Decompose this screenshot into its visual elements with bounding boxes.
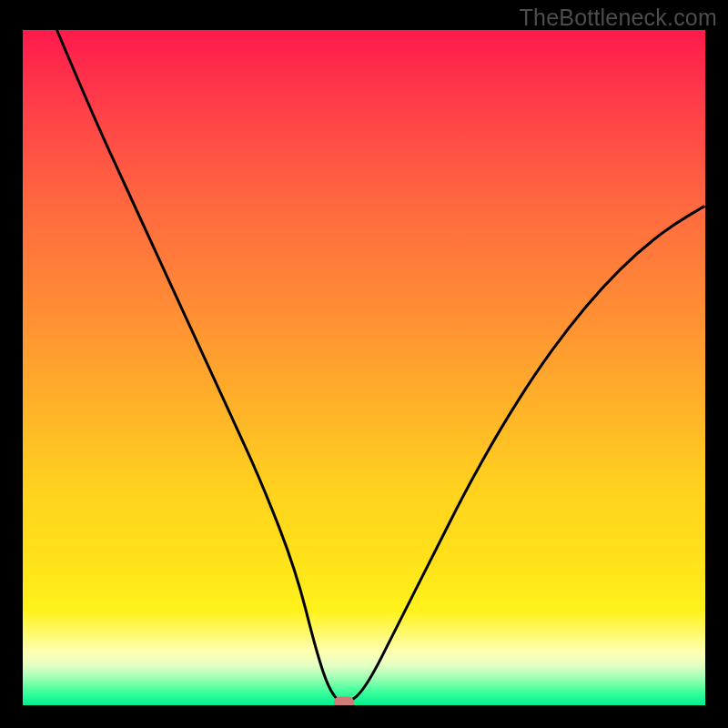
bottleneck-curve [57, 30, 706, 702]
watermark-text: TheBottleneck.com [520, 5, 717, 31]
chart-frame: TheBottleneck.com [0, 0, 728, 728]
min-marker [334, 697, 354, 706]
plot-area [23, 30, 705, 705]
curve-svg [23, 30, 705, 705]
